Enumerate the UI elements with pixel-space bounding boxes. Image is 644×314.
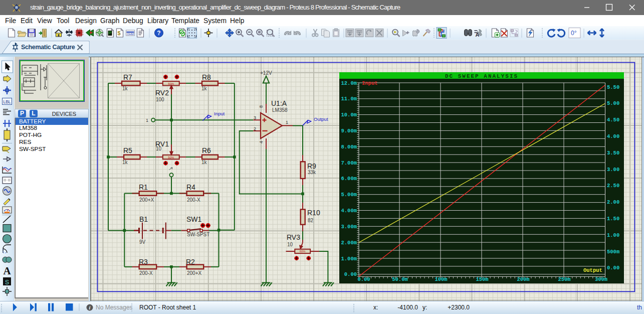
svg-text:x:: x:: [373, 304, 378, 311]
svg-text:th: th: [637, 304, 642, 311]
svg-text:4.50: 4.50: [607, 117, 619, 123]
svg-text:0.00: 0.00: [344, 271, 357, 277]
svg-text:10: 10: [287, 242, 293, 247]
svg-text:200-X: 200-X: [139, 270, 153, 276]
svg-text:R10: R10: [307, 209, 320, 217]
svg-text:RV2: RV2: [155, 89, 169, 97]
svg-text:300m: 300m: [595, 276, 607, 282]
svg-text:200+X: 200+X: [187, 270, 202, 276]
svg-text:5.50: 5.50: [607, 84, 619, 90]
svg-text:S: S: [5, 278, 10, 286]
svg-text:B1: B1: [139, 215, 148, 223]
svg-text:R2: R2: [186, 258, 195, 266]
svg-text:2: 2: [254, 126, 256, 131]
svg-text:1k: 1k: [201, 86, 207, 91]
svg-text:500m: 500m: [607, 249, 619, 255]
svg-text:10: 10: [156, 146, 162, 151]
svg-text:7.00m: 7.00m: [341, 160, 357, 166]
svg-text:100: 100: [156, 97, 164, 102]
svg-text:250m: 250m: [558, 276, 570, 282]
svg-text:0°: 0°: [571, 30, 577, 37]
svg-text:9.00m: 9.00m: [341, 128, 357, 134]
svg-text:A: A: [3, 265, 11, 277]
svg-text:4.00m: 4.00m: [341, 208, 357, 214]
svg-text:12.0m: 12.0m: [341, 80, 357, 86]
svg-text:-4100.0: -4100.0: [397, 304, 418, 311]
svg-text:0.00: 0.00: [357, 276, 370, 282]
svg-text:1: 1: [286, 120, 288, 125]
svg-text:8.00m: 8.00m: [341, 144, 357, 150]
svg-text:4.00: 4.00: [607, 133, 619, 139]
svg-text:No Messages: No Messages: [96, 304, 132, 311]
svg-text:50%: 50%: [168, 82, 174, 85]
svg-text:R1: R1: [139, 183, 148, 191]
svg-text:R4: R4: [186, 183, 195, 191]
svg-text:200-X: 200-X: [187, 197, 200, 203]
svg-text:200m: 200m: [517, 276, 529, 282]
svg-text:1: 1: [146, 118, 148, 123]
svg-text:Input: Input: [214, 111, 225, 116]
svg-text:3: 3: [254, 115, 256, 120]
svg-text:R8: R8: [202, 73, 211, 81]
svg-text:3.50: 3.50: [607, 150, 619, 156]
svg-text:+2300.0: +2300.0: [448, 304, 470, 311]
svg-text:LM358: LM358: [272, 107, 288, 113]
svg-text:1k: 1k: [122, 86, 128, 91]
svg-text:y:: y:: [422, 304, 427, 311]
svg-text:33k: 33k: [308, 170, 316, 175]
svg-text:RV3: RV3: [287, 233, 300, 241]
svg-text:4: 4: [259, 141, 264, 143]
svg-text:60%: 60%: [300, 250, 306, 253]
svg-text:SW1: SW1: [186, 215, 202, 223]
svg-text:1.00m: 1.00m: [341, 256, 357, 262]
svg-text:0.00: 0.00: [607, 265, 619, 271]
svg-text:R7: R7: [123, 73, 132, 81]
svg-text:OHM: OHM: [127, 33, 134, 36]
svg-text:1k: 1k: [122, 160, 128, 165]
svg-text:5.00: 5.00: [607, 100, 619, 106]
svg-text:11.0m: 11.0m: [341, 96, 357, 102]
svg-text:U1:A: U1:A: [271, 99, 287, 107]
svg-text:R6: R6: [202, 146, 211, 154]
svg-text:Output: Output: [314, 116, 328, 122]
svg-text:$: $: [117, 30, 120, 36]
svg-text:200+X: 200+X: [139, 197, 154, 203]
svg-text:10.0m: 10.0m: [341, 112, 357, 118]
svg-text:LBL: LBL: [3, 99, 11, 104]
svg-text:R5: R5: [123, 146, 132, 154]
svg-text:3.00: 3.00: [607, 167, 619, 173]
svg-text:2.50: 2.50: [607, 183, 619, 189]
svg-text:R9: R9: [307, 162, 316, 170]
svg-text:SW-SPST: SW-SPST: [187, 232, 209, 237]
svg-text:R3: R3: [139, 258, 148, 266]
svg-text:9V: 9V: [139, 239, 146, 245]
svg-text:82: 82: [308, 218, 314, 223]
svg-text:1.00: 1.00: [607, 232, 619, 238]
svg-text:DC SWEEP ANALYSIS: DC SWEEP ANALYSIS: [445, 73, 518, 79]
svg-text:150m: 150m: [476, 276, 488, 282]
svg-text:ROOT - Root sheet 1: ROOT - Root sheet 1: [139, 304, 196, 311]
svg-text:+12V: +12V: [260, 70, 272, 76]
svg-text:8: 8: [259, 105, 264, 108]
svg-text:1.50: 1.50: [607, 216, 619, 222]
svg-text:100m: 100m: [435, 276, 447, 282]
svg-text:1k: 1k: [201, 160, 207, 165]
svg-text:Output: Output: [583, 267, 602, 273]
svg-text:50%: 50%: [168, 156, 174, 159]
svg-text:50.0m: 50.0m: [392, 276, 408, 282]
svg-text:3.00m: 3.00m: [341, 224, 357, 230]
svg-text:2.00: 2.00: [607, 199, 619, 205]
svg-text:6.00m: 6.00m: [341, 176, 357, 182]
svg-text:2.00m: 2.00m: [341, 240, 357, 246]
svg-text:Input: Input: [362, 80, 378, 86]
svg-text:5.00m: 5.00m: [341, 192, 357, 198]
svg-text:i: i: [89, 305, 91, 310]
svg-text:?: ?: [157, 30, 160, 37]
